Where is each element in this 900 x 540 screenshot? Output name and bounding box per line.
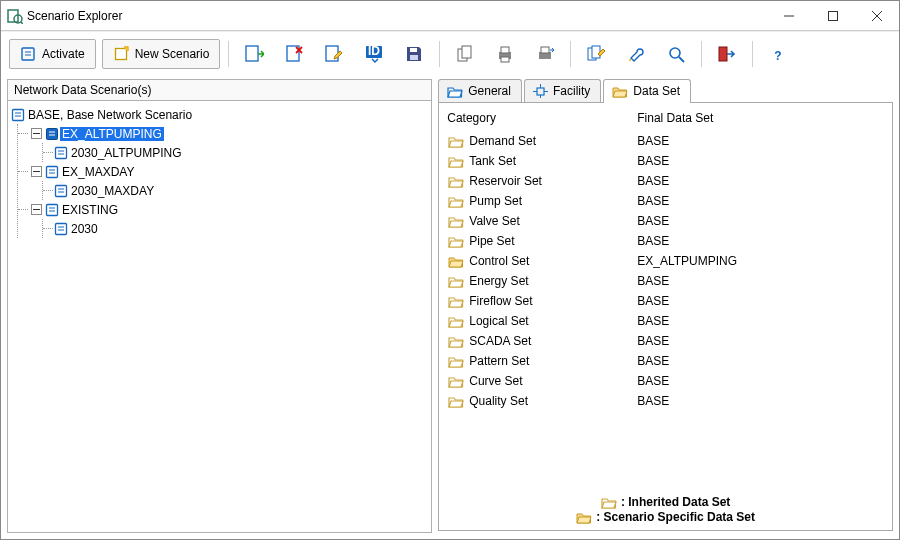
dataset-row[interactable]: Pump SetBASE — [447, 191, 884, 211]
tree-label: 2030_MAXDAY — [69, 184, 156, 198]
maximize-button[interactable] — [811, 1, 855, 31]
copy-button[interactable] — [448, 39, 482, 69]
dataset-row[interactable]: Energy SetBASE — [447, 271, 884, 291]
id-button[interactable]: ID — [357, 39, 391, 69]
tree-label: EX_MAXDAY — [60, 165, 136, 179]
activate-icon — [20, 46, 36, 62]
exit-button[interactable] — [710, 39, 744, 69]
dataset-row[interactable]: Fireflow SetBASE — [447, 291, 884, 311]
edit-button[interactable] — [317, 39, 351, 69]
dataset-rows: Demand SetBASETank SetBASEReservoir SetB… — [447, 131, 884, 411]
folder-inherited-icon — [447, 235, 465, 248]
minimize-button[interactable] — [767, 1, 811, 31]
dataset-row[interactable]: Quality SetBASE — [447, 391, 884, 411]
tab-label: Facility — [553, 84, 590, 98]
svg-rect-10 — [115, 48, 126, 59]
dataset-category: Tank Set — [469, 154, 637, 168]
tools-button[interactable] — [619, 39, 653, 69]
dataset-row[interactable]: Logical SetBASE — [447, 311, 884, 331]
folder-inherited-icon — [601, 496, 617, 509]
dataset-category: Reservoir Set — [469, 174, 637, 188]
tab-strip: General Facility Data Set — [438, 79, 893, 103]
close-button[interactable] — [855, 1, 899, 31]
import-button[interactable] — [237, 39, 271, 69]
dataset-row[interactable]: Pipe SetBASE — [447, 231, 884, 251]
tab-facility[interactable]: Facility — [524, 79, 601, 103]
folder-inherited-icon — [447, 335, 465, 348]
svg-rect-12 — [246, 46, 258, 61]
scenario-icon — [10, 107, 26, 123]
collapse-icon[interactable] — [28, 202, 44, 218]
dataset-row[interactable]: SCADA SetBASE — [447, 331, 884, 351]
dataset-category: Curve Set — [469, 374, 637, 388]
folder-inherited-icon — [447, 355, 465, 368]
delete-button[interactable] — [277, 39, 311, 69]
legend-specific: : Scenario Specific Data Set — [572, 510, 759, 524]
svg-rect-4 — [829, 11, 838, 20]
svg-rect-60 — [56, 223, 67, 234]
header-final-data-set: Final Data Set — [637, 111, 884, 125]
scenario-icon — [44, 164, 60, 180]
dataset-category: Logical Set — [469, 314, 637, 328]
tab-label: General — [468, 84, 511, 98]
activate-button[interactable]: Activate — [9, 39, 96, 69]
app-icon — [7, 8, 23, 24]
new-scenario-label: New Scenario — [135, 47, 210, 61]
window-title: Scenario Explorer — [23, 9, 767, 23]
dataset-value: BASE — [637, 194, 884, 208]
scenario-icon — [53, 221, 69, 237]
data-set-panel: Category Final Data Set Demand SetBASETa… — [438, 102, 893, 531]
tree-node-2030-maxday[interactable]: 2030_MAXDAY — [43, 181, 429, 200]
svg-rect-22 — [462, 46, 471, 58]
separator — [570, 41, 571, 67]
tab-data-set[interactable]: Data Set — [603, 79, 691, 103]
svg-rect-33 — [719, 47, 727, 61]
dataset-value: EX_ALTPUMPING — [637, 254, 884, 268]
print-button[interactable] — [488, 39, 522, 69]
tab-general[interactable]: General — [438, 79, 522, 103]
separator — [752, 41, 753, 67]
dataset-row[interactable]: Demand SetBASE — [447, 131, 884, 151]
legend-specific-label: : Scenario Specific Data Set — [596, 510, 755, 524]
save-button[interactable] — [397, 39, 431, 69]
separator — [439, 41, 440, 67]
dataset-row[interactable]: Valve SetBASE — [447, 211, 884, 231]
dataset-value: BASE — [637, 394, 884, 408]
find-button[interactable] — [659, 39, 693, 69]
dataset-category: SCADA Set — [469, 334, 637, 348]
dataset-category: Energy Set — [469, 274, 637, 288]
dataset-value: BASE — [637, 294, 884, 308]
tree-node-2030-altpumping[interactable]: 2030_ALTPUMPING — [43, 143, 429, 162]
scenario-icon — [44, 202, 60, 218]
dataset-row[interactable]: Tank SetBASE — [447, 151, 884, 171]
folder-inherited-icon — [447, 155, 465, 168]
legend-inherited-label: : Inherited Data Set — [621, 495, 730, 509]
dataset-row[interactable]: Control SetEX_ALTPUMPING — [447, 251, 884, 271]
batch-edit-button[interactable] — [579, 39, 613, 69]
tree-node-ex-maxday[interactable]: EX_MAXDAY — [18, 162, 429, 181]
folder-inherited-icon — [447, 395, 465, 408]
folder-inherited-icon — [447, 375, 465, 388]
folder-open-icon — [447, 85, 463, 98]
tree-node-ex-altpumping[interactable]: EX_ALTPUMPING — [18, 124, 429, 143]
dataset-row[interactable]: Reservoir SetBASE — [447, 171, 884, 191]
new-scenario-button[interactable]: New Scenario — [102, 39, 221, 69]
dataset-row[interactable]: Pattern SetBASE — [447, 351, 884, 371]
dataset-row[interactable]: Curve SetBASE — [447, 371, 884, 391]
help-button[interactable]: ? — [761, 39, 795, 69]
dataset-value: BASE — [637, 334, 884, 348]
collapse-icon[interactable] — [28, 164, 44, 180]
tree-node-existing[interactable]: EXISTING — [18, 200, 429, 219]
dataset-category: Valve Set — [469, 214, 637, 228]
collapse-icon[interactable] — [28, 126, 44, 142]
print-preview-button[interactable] — [528, 39, 562, 69]
scenario-tree[interactable]: BASE, Base Network Scenario EX_ALTPUMPIN… — [7, 100, 432, 533]
svg-rect-25 — [501, 57, 509, 62]
svg-point-30 — [629, 58, 631, 60]
tree-node-base[interactable]: BASE, Base Network Scenario — [10, 105, 429, 124]
dataset-category: Pattern Set — [469, 354, 637, 368]
dataset-category: Demand Set — [469, 134, 637, 148]
new-scenario-icon — [113, 46, 129, 62]
tree-node-2030[interactable]: 2030 — [43, 219, 429, 238]
dataset-value: BASE — [637, 374, 884, 388]
